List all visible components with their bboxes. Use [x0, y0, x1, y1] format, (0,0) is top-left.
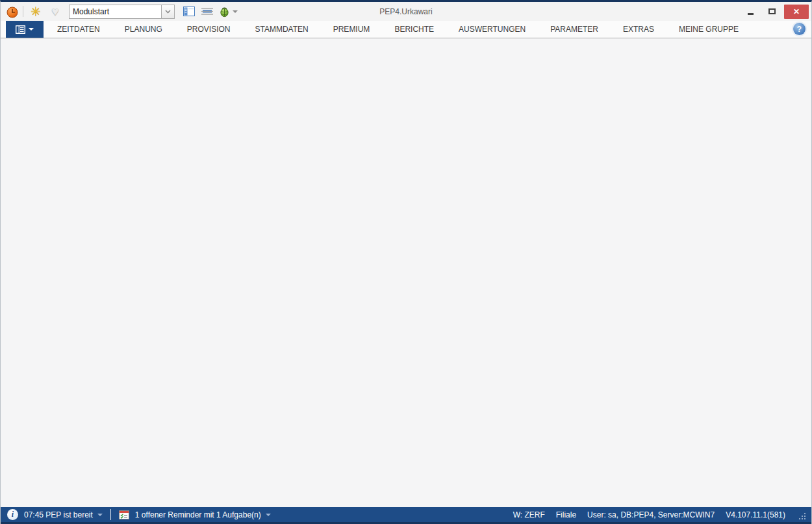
tab-stammdaten[interactable]: STAMMDATEN — [242, 21, 320, 38]
reminder-message: 1 offener Reminder mit 1 Aufgabe(n) — [135, 510, 261, 519]
status-message-group[interactable]: i 07:45 PEP ist bereit — [7, 509, 103, 520]
tab-extras[interactable]: EXTRAS — [611, 21, 666, 38]
maximize-button[interactable] — [763, 5, 781, 18]
form-rows-icon[interactable] — [201, 5, 214, 19]
bug-icon[interactable] — [220, 5, 229, 19]
workstation-label: W: ZERF — [513, 510, 545, 519]
chevron-down-icon — [165, 10, 171, 14]
menu-bar: ZEITDATEN PLANUNG PROVISION STAMMDATEN P… — [1, 21, 811, 38]
module-select-dropdown-button[interactable] — [161, 5, 174, 18]
bug-dropdown-arrow[interactable] — [233, 10, 238, 13]
status-dropdown-arrow[interactable] — [97, 514, 103, 516]
panel-layout-icon[interactable] — [183, 5, 195, 19]
toolbar-separator — [23, 6, 23, 17]
close-icon: ✕ — [793, 7, 800, 16]
heart-icon[interactable]: ♥ — [49, 5, 62, 19]
tab-berichte[interactable]: BERICHTE — [382, 21, 446, 38]
tab-meine-gruppe[interactable]: MEINE GRUPPE — [666, 21, 751, 38]
window-controls: ✕ — [741, 5, 811, 19]
status-message: 07:45 PEP ist bereit — [24, 510, 93, 519]
reminder-calendar-icon — [119, 510, 129, 519]
app-menu-button[interactable] — [6, 21, 44, 38]
help-icon: ? — [797, 25, 802, 34]
statusbar-separator — [110, 509, 111, 520]
maximize-icon — [768, 8, 776, 14]
menu-tabs: ZEITDATEN PLANUNG PROVISION STAMMDATEN P… — [45, 21, 751, 38]
tab-zeitdaten[interactable]: ZEITDATEN — [45, 21, 112, 38]
info-icon-glyph: i — [12, 510, 14, 519]
help-button[interactable]: ? — [793, 23, 806, 35]
resize-grip[interactable] — [799, 513, 806, 520]
status-bar: i 07:45 PEP ist bereit 1 offener Reminde… — [1, 507, 811, 524]
tab-premium[interactable]: PREMIUM — [321, 21, 383, 38]
close-button[interactable]: ✕ — [784, 5, 809, 19]
branch-label[interactable]: Filiale — [556, 510, 576, 519]
module-select-value: Modulstart — [70, 5, 161, 18]
reminder-dropdown-arrow[interactable] — [266, 514, 271, 516]
tab-planung[interactable]: PLANUNG — [112, 21, 175, 38]
version-label: V4.107.11.1(581) — [726, 510, 785, 519]
info-icon: i — [7, 509, 18, 520]
favorites-flower-icon[interactable]: ✳ — [29, 5, 42, 19]
title-bar: ✳ ♥ Modulstart — [1, 2, 811, 21]
main-content-area — [1, 38, 811, 507]
app-menu-icon — [16, 25, 25, 34]
app-menu-arrow-icon — [29, 28, 34, 31]
module-select[interactable]: Modulstart — [69, 5, 175, 19]
clock-icon[interactable] — [6, 5, 19, 19]
tab-auswertungen[interactable]: AUSWERTUNGEN — [446, 21, 538, 38]
reminder-group[interactable]: 1 offener Reminder mit 1 Aufgabe(n) — [119, 510, 271, 519]
app-window: ✳ ♥ Modulstart — [0, 0, 812, 524]
statusbar-right: W: ZERF Filiale User: sa, DB:PEP4, Serve… — [513, 509, 806, 520]
tab-provision[interactable]: PROVISION — [175, 21, 243, 38]
minimize-button[interactable] — [741, 5, 760, 18]
tab-parameter[interactable]: PARAMETER — [538, 21, 611, 38]
minimize-icon — [748, 13, 754, 15]
session-info-label: User: sa, DB:PEP4, Server:MCWIN7 — [587, 510, 715, 519]
